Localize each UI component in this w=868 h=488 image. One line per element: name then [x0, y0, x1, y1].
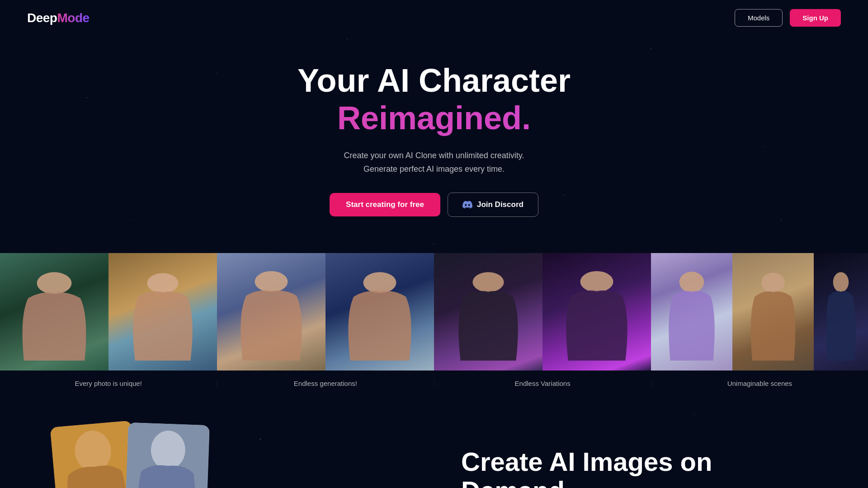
bottom-text: Create AI Images on Demand — [407, 447, 814, 488]
person-figure-9 — [819, 271, 863, 371]
logo-mode: Mode — [57, 11, 89, 25]
person-figure-6 — [553, 271, 640, 371]
gallery-group-3 — [434, 253, 651, 371]
bottom-title: Create AI Images on Demand — [461, 447, 814, 488]
logo[interactable]: DeepMode — [27, 11, 90, 25]
gallery-item-3 — [217, 253, 326, 371]
join-discord-button[interactable]: Join Discord — [448, 192, 538, 217]
gallery-strip — [0, 253, 868, 371]
logo-deep: Deep — [27, 11, 57, 25]
navbar: DeepMode Models Sign Up — [0, 0, 868, 36]
gallery-group-1 — [0, 253, 217, 371]
gallery-item-6 — [542, 253, 651, 371]
gallery-item-2 — [108, 253, 217, 371]
svg-point-6 — [679, 272, 704, 292]
svg-point-4 — [472, 272, 504, 292]
person-figure-3 — [228, 271, 315, 371]
hero-section: Your AI Character Reimagined. Create you… — [0, 36, 868, 253]
hero-buttons: Start creating for free Join Discord — [9, 192, 859, 217]
bottom-section: Create AI Images on Demand — [0, 397, 868, 488]
svg-point-5 — [580, 271, 613, 292]
gallery-captions: Every photo is unique! Endless generatio… — [0, 371, 868, 397]
svg-point-7 — [761, 272, 785, 292]
models-button[interactable]: Models — [735, 9, 783, 27]
caption-group-3: Endless Variations — [434, 380, 651, 388]
svg-point-0 — [37, 272, 72, 294]
caption-group-1: Every photo is unique! — [0, 380, 217, 388]
svg-point-1 — [147, 273, 178, 293]
start-creating-button[interactable]: Start creating for free — [330, 193, 440, 216]
discord-icon — [462, 200, 472, 210]
gallery-item-8 — [732, 253, 814, 371]
gallery-item-9 — [814, 253, 868, 371]
hero-title-line2: Reimagined. — [9, 99, 859, 137]
bottom-images — [54, 424, 407, 488]
caption-group-2: Endless generations! — [217, 380, 434, 388]
person-figure-5 — [445, 271, 532, 371]
hero-title-line1: Your AI Character — [9, 63, 859, 99]
nav-actions: Models Sign Up — [735, 9, 841, 27]
signup-button[interactable]: Sign Up — [790, 9, 841, 27]
svg-point-2 — [255, 271, 288, 292]
gallery-item-1 — [0, 253, 108, 371]
person-figure-4 — [336, 271, 423, 371]
svg-point-8 — [833, 272, 849, 292]
bottom-person-2 — [125, 422, 210, 488]
hero-title: Your AI Character Reimagined. — [9, 63, 859, 138]
person-figure-7 — [659, 271, 724, 371]
gallery-item-7 — [651, 253, 732, 371]
gallery-group-4 — [651, 253, 868, 371]
caption-group-4: Unimaginable scenes — [651, 380, 868, 388]
person-figure-2 — [119, 271, 206, 371]
svg-point-3 — [363, 272, 396, 293]
person-figure-1 — [11, 271, 98, 371]
hero-subtitle-line2: Generate perfect AI images every time. — [363, 164, 505, 174]
bottom-card-2 — [125, 422, 210, 488]
gallery-item-5 — [434, 253, 542, 371]
discord-button-label: Join Discord — [477, 200, 524, 209]
caption-1: Every photo is unique! — [75, 380, 142, 387]
hero-subtitle-line1: Create your own AI Clone with unlimited … — [344, 151, 524, 160]
gallery-item-4 — [326, 253, 434, 371]
gallery-group-2 — [217, 253, 434, 371]
caption-4: Unimaginable scenes — [727, 380, 792, 387]
person-figure-8 — [741, 271, 806, 371]
caption-3: Endless Variations — [515, 380, 571, 387]
caption-2: Endless generations! — [294, 380, 357, 387]
hero-subtitle: Create your own AI Clone with unlimited … — [9, 149, 859, 176]
